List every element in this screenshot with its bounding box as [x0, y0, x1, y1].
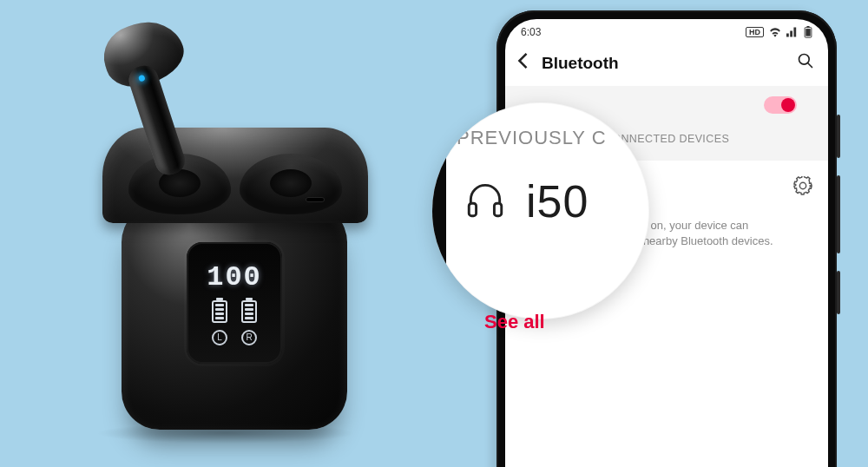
bluetooth-toggle[interactable]	[764, 96, 797, 114]
status-bar: 6:03 HD	[505, 19, 828, 45]
case-battery-percent: 100	[207, 261, 262, 293]
wifi-icon	[769, 27, 781, 37]
magnifier-callout: PREVIOUSLY C i50	[432, 102, 649, 319]
right-channel-label: R	[241, 330, 257, 345]
battery-right-icon	[241, 300, 257, 323]
headphones-icon	[464, 178, 507, 225]
lr-labels-row: L R	[212, 330, 257, 345]
see-all-link[interactable]: See all	[484, 311, 545, 333]
svg-rect-7	[494, 203, 501, 216]
earbud-slot-right	[240, 154, 342, 214]
battery-left-icon	[212, 300, 227, 323]
back-icon[interactable]	[517, 53, 528, 73]
status-time: 6:03	[521, 26, 541, 38]
phone-side-button	[837, 115, 840, 158]
page-title: Bluetooth	[542, 54, 619, 73]
phone-side-button	[837, 175, 840, 253]
battery-icons-row	[212, 300, 257, 323]
signal-icon	[786, 27, 799, 37]
gear-icon[interactable]	[793, 176, 812, 195]
svg-rect-6	[469, 203, 476, 216]
case-led-display: 100 L R	[187, 242, 282, 364]
earbud-stem	[125, 62, 188, 179]
magnifier-device-name: i50	[526, 175, 589, 227]
mic-slot-icon	[306, 197, 325, 202]
svg-rect-2	[806, 29, 810, 36]
bluetooth-header: Bluetooth	[505, 45, 828, 86]
charging-case: 100 L R	[122, 204, 347, 430]
battery-icon	[804, 26, 812, 38]
svg-rect-1	[806, 26, 809, 28]
phone-side-button	[837, 271, 840, 314]
hd-badge-icon: HD	[746, 27, 764, 37]
left-channel-label: L	[212, 330, 227, 345]
earbuds-product: 100 L R	[104, 30, 373, 438]
magnifier-device-row: i50	[432, 149, 649, 227]
search-icon[interactable]	[797, 52, 814, 74]
